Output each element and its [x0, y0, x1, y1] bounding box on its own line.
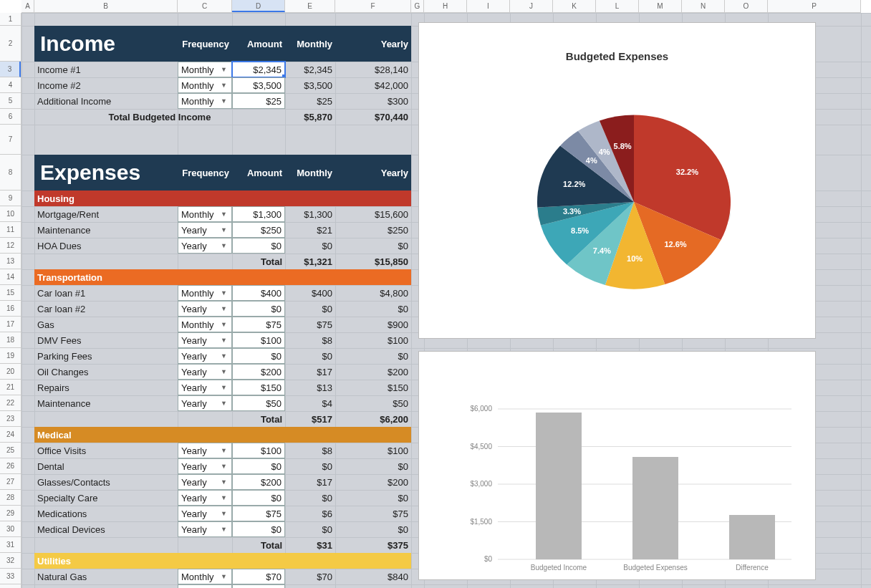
category-header[interactable]: Housing	[34, 191, 411, 206]
expense-row-name[interactable]: Glasses/Contacts	[34, 474, 178, 490]
dropdown-icon[interactable]: ▼	[221, 82, 228, 89]
row-header[interactable]: 3	[0, 62, 21, 77]
spreadsheet-grid[interactable]: IncomeFrequencyAmountMonthlyYearlyIncome…	[21, 13, 871, 588]
row-header[interactable]: 6	[0, 109, 21, 125]
frequency-select[interactable]: Monthly▼	[178, 569, 232, 584]
amount-input[interactable]: $400	[232, 285, 285, 301]
yearly-value[interactable]: $0	[335, 348, 411, 364]
dropdown-icon[interactable]: ▼	[221, 242, 228, 249]
row-header[interactable]: 16	[0, 301, 21, 317]
income-row-name[interactable]: Income #1	[34, 62, 178, 77]
column-header[interactable]: N	[682, 0, 725, 12]
row-header[interactable]: 13	[0, 254, 21, 269]
row-header[interactable]: 20	[0, 364, 21, 380]
yearly-value[interactable]: $300	[335, 93, 411, 109]
category-header[interactable]: Transportation	[34, 269, 411, 285]
column-header[interactable]: C	[178, 0, 232, 12]
monthly-value[interactable]: $0	[285, 521, 335, 537]
yearly-value[interactable]: $200	[335, 474, 411, 490]
row-header[interactable]: 33	[0, 569, 21, 584]
monthly-value[interactable]: $21	[285, 222, 335, 238]
expense-row-name[interactable]: Office Visits	[34, 443, 178, 458]
frequency-select[interactable]: Yearly▼	[178, 521, 232, 537]
column-header[interactable]: B	[34, 0, 178, 12]
yearly-value[interactable]: $250	[335, 222, 411, 238]
row-header[interactable]: 12	[0, 238, 21, 254]
column-header[interactable]: D	[232, 0, 285, 12]
dropdown-icon[interactable]: ▼	[221, 478, 228, 486]
monthly-value[interactable]: $400	[285, 285, 335, 301]
column-header[interactable]: M	[639, 0, 682, 12]
monthly-value[interactable]: $8	[285, 332, 335, 348]
monthly-value[interactable]: $0	[285, 238, 335, 254]
frequency-select[interactable]: Monthly▼	[178, 317, 232, 332]
frequency-select[interactable]: Monthly▼	[178, 77, 232, 93]
frequency-select[interactable]: Yearly▼	[178, 301, 232, 317]
expense-row-name[interactable]: Gas	[34, 317, 178, 332]
amount-input[interactable]: $0	[232, 490, 285, 506]
monthly-value[interactable]: $75	[285, 584, 335, 588]
amount-input[interactable]: $50	[232, 395, 285, 411]
amount-input[interactable]: $0	[232, 238, 285, 254]
column-header[interactable]: P	[768, 0, 861, 12]
amount-input[interactable]: $100	[232, 332, 285, 348]
yearly-value[interactable]: $75	[335, 506, 411, 521]
row-header[interactable]: 1	[0, 13, 21, 26]
dropdown-icon[interactable]: ▼	[221, 573, 228, 580]
monthly-value[interactable]: $0	[285, 490, 335, 506]
amount-input[interactable]: $70	[232, 569, 285, 584]
amount-input[interactable]: $75	[232, 584, 285, 588]
category-header[interactable]: Utilities	[34, 553, 411, 569]
column-header[interactable]: F	[335, 0, 411, 12]
amount-input[interactable]: $0	[232, 301, 285, 317]
row-header[interactable]: 34	[0, 584, 21, 588]
row-header[interactable]: 24	[0, 427, 21, 443]
monthly-value[interactable]: $4	[285, 395, 335, 411]
row-header[interactable]: 2	[0, 26, 21, 62]
monthly-value[interactable]: $0	[285, 301, 335, 317]
frequency-select[interactable]: Yearly▼	[178, 458, 232, 474]
dropdown-icon[interactable]: ▼	[221, 368, 228, 375]
yearly-value[interactable]: $4,800	[335, 285, 411, 301]
frequency-select[interactable]: Monthly▼	[178, 93, 232, 109]
dropdown-icon[interactable]: ▼	[221, 400, 228, 407]
frequency-select[interactable]: Yearly▼	[178, 443, 232, 458]
yearly-value[interactable]: $28,140	[335, 62, 411, 77]
row-header[interactable]: 25	[0, 443, 21, 458]
frequency-select[interactable]: Monthly▼	[178, 584, 232, 588]
yearly-value[interactable]: $150	[335, 380, 411, 395]
yearly-value[interactable]: $0	[335, 458, 411, 474]
amount-input[interactable]: $75	[232, 317, 285, 332]
monthly-value[interactable]: $0	[285, 458, 335, 474]
yearly-value[interactable]: $100	[335, 332, 411, 348]
yearly-value[interactable]: $0	[335, 490, 411, 506]
yearly-value[interactable]: $200	[335, 364, 411, 380]
row-header[interactable]: 29	[0, 506, 21, 521]
frequency-select[interactable]: Yearly▼	[178, 238, 232, 254]
frequency-select[interactable]: Yearly▼	[178, 332, 232, 348]
row-header[interactable]: 31	[0, 537, 21, 553]
dropdown-icon[interactable]: ▼	[221, 337, 228, 344]
row-header[interactable]: 26	[0, 458, 21, 474]
monthly-value[interactable]: $75	[285, 317, 335, 332]
expense-row-name[interactable]: Specialty Care	[34, 490, 178, 506]
amount-input[interactable]: $0	[232, 458, 285, 474]
column-header[interactable]: O	[725, 0, 768, 12]
column-headers[interactable]: ABCDEFGHIJKLMNOP	[21, 0, 861, 13]
dropdown-icon[interactable]: ▼	[221, 384, 228, 391]
chart-budgeted-expenses[interactable]: Budgeted Expenses 32.2%12.6%10%7.4%8.5%3…	[418, 22, 816, 339]
row-header[interactable]: 11	[0, 222, 21, 238]
yearly-value[interactable]: $42,000	[335, 77, 411, 93]
amount-input[interactable]: $0	[232, 521, 285, 537]
row-header[interactable]: 32	[0, 553, 21, 569]
expense-row-name[interactable]: Parking Fees	[34, 348, 178, 364]
expense-row-name[interactable]: Electric	[34, 584, 178, 588]
expense-row-name[interactable]: Mortgage/Rent	[34, 206, 178, 222]
dropdown-icon[interactable]: ▼	[221, 66, 228, 73]
monthly-value[interactable]: $25	[285, 93, 335, 109]
row-header[interactable]: 22	[0, 395, 21, 411]
amount-input[interactable]: $200	[232, 474, 285, 490]
dropdown-icon[interactable]: ▼	[221, 321, 228, 328]
column-header[interactable]: H	[424, 0, 467, 12]
frequency-select[interactable]: Monthly▼	[178, 206, 232, 222]
